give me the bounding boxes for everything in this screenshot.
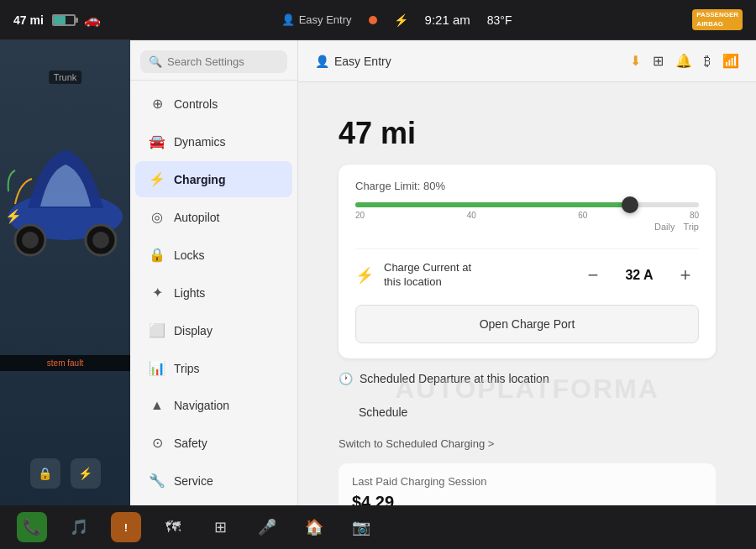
slider-fill: [355, 202, 630, 207]
sidebar-label-trips: Trips: [174, 362, 200, 375]
sidebar-label-dynamics: Dynamics: [174, 135, 225, 149]
bell-icon[interactable]: 🔔: [675, 53, 692, 69]
charge-card: Charge Limit: 80% 20 40 60 80 Daily T: [339, 165, 716, 358]
sidebar-item-navigation[interactable]: ▲ Navigation: [135, 388, 292, 423]
sidebar-item-trips[interactable]: 📊 Trips: [135, 350, 292, 386]
car-icon: 🚗: [84, 12, 101, 28]
open-charge-port-button[interactable]: Open Charge Port: [355, 305, 699, 343]
schedule-button[interactable]: Schedule: [339, 395, 428, 429]
sidebar-item-safety[interactable]: ⊙ Safety: [135, 425, 292, 461]
daily-label: Daily: [654, 222, 675, 232]
car-panel: Trunk ⚡ stem: [0, 40, 130, 505]
search-input-wrap[interactable]: 🔍: [140, 50, 287, 73]
dynamics-icon: 🚘: [149, 133, 165, 149]
lock-bottom-icon[interactable]: 🔒: [30, 458, 60, 489]
svg-text:⚡: ⚡: [5, 208, 22, 224]
topbar-icons: ⬇ ⊞ 🔔 ₿ 📶: [630, 53, 739, 69]
slider-thumb[interactable]: [622, 196, 638, 213]
bluetooth-icon[interactable]: ₿: [704, 54, 711, 69]
sidebar-label-lights: Lights: [174, 286, 205, 300]
locks-icon: 🔒: [149, 247, 165, 263]
search-bar: 🔍: [130, 40, 297, 81]
taskbar-home-icon[interactable]: 🏠: [299, 512, 329, 542]
signal-icon[interactable]: 📶: [722, 53, 739, 69]
last-session-card: Last Paid Charging Session $4.29 Orlando…: [339, 463, 716, 505]
scheduled-section: 🕐 Scheduled Departure at this location S…: [339, 372, 716, 505]
tick-80: 80: [690, 211, 699, 220]
sidebar-label-navigation: Navigation: [174, 399, 229, 412]
slider-track: [355, 202, 699, 207]
tick-20: 20: [355, 211, 365, 220]
status-left: 47 mi 🚗: [13, 12, 101, 28]
sidebar-label-controls: Controls: [174, 97, 218, 111]
svg-point-4: [92, 232, 109, 248]
status-bar: 47 mi 🚗 👤 Easy Entry ⚡ 9:21 am 83°F PASS…: [0, 0, 756, 40]
search-input[interactable]: [167, 55, 279, 68]
grid-icon[interactable]: ⊞: [653, 53, 664, 69]
charge-controls: − 32 A +: [580, 262, 699, 289]
sidebar-label-locks: Locks: [174, 248, 205, 262]
sidebar-label-service: Service: [174, 474, 213, 488]
taskbar-nav-icon[interactable]: 🗺: [158, 512, 188, 542]
taskbar-phone-icon[interactable]: 📞: [17, 512, 47, 542]
sidebar-item-dynamics[interactable]: 🚘 Dynamics: [135, 123, 292, 159]
status-person: 👤 Easy Entry: [281, 13, 352, 26]
safety-icon: ⊙: [149, 435, 165, 451]
sidebar-item-display[interactable]: ⬜ Display: [135, 312, 292, 348]
trip-label: Trip: [683, 222, 699, 232]
scheduled-label: Scheduled Departure at this location: [360, 372, 549, 385]
display-icon: ⬜: [149, 322, 165, 338]
settings-panel: 🔍 ⊕ Controls 🚘 Dynamics ⚡ Charging ◎ Aut…: [130, 40, 298, 505]
slider-ticks: 20 40 60 80: [355, 211, 699, 220]
search-icon: 🔍: [149, 55, 162, 68]
service-icon: 🔧: [149, 473, 165, 489]
sidebar-item-service[interactable]: 🔧 Service: [135, 463, 292, 499]
taskbar-warning-icon[interactable]: !: [111, 512, 141, 542]
content-topbar: 👤 Easy Entry ⬇ ⊞ 🔔 ₿ 📶: [298, 40, 756, 82]
taskbar-camera-icon[interactable]: 📷: [346, 512, 376, 542]
fault-badge: stem fault: [0, 355, 130, 371]
charge-current-value: 32 A: [618, 268, 660, 283]
status-center: 👤 Easy Entry ⚡ 9:21 am 83°F: [114, 13, 680, 27]
decrease-charge-button[interactable]: −: [580, 262, 606, 289]
tick-60: 60: [578, 211, 587, 220]
controls-icon: ⊕: [149, 96, 165, 112]
taskbar-mic-icon[interactable]: 🎤: [252, 512, 282, 542]
content-scroll: 47 mi Charge Limit: 80% 20 40 60 80: [318, 99, 736, 505]
sidebar-label-charging: Charging: [174, 173, 225, 186]
car-silhouette: ⚡: [0, 74, 130, 309]
sidebar-item-lights[interactable]: ✦ Lights: [135, 274, 292, 311]
sidebar-item-controls[interactable]: ⊕ Controls: [135, 86, 292, 122]
download-icon[interactable]: ⬇: [630, 53, 641, 69]
status-right: PASSENGERAIRBAG: [692, 9, 743, 30]
person-icon: 👤: [281, 13, 295, 26]
taskbar-apps-icon[interactable]: ⊞: [205, 512, 235, 542]
charge-slider[interactable]: 20 40 60 80 Daily Trip: [355, 202, 699, 232]
svg-point-2: [22, 232, 39, 248]
status-temp: 83°F: [487, 13, 512, 27]
trips-icon: 📊: [149, 360, 165, 376]
status-mode: Easy Entry: [299, 13, 352, 26]
last-session-title: Last Paid Charging Session: [352, 475, 702, 488]
taskbar-music-icon[interactable]: 🎵: [64, 512, 94, 542]
main-area: Trunk ⚡ stem: [0, 40, 756, 505]
content-area: 👤 Easy Entry ⬇ ⊞ 🔔 ₿ 📶 47 mi Charge Limi…: [298, 40, 756, 505]
battery-icon: [52, 14, 76, 26]
sidebar-label-display: Display: [174, 324, 213, 337]
bottom-icons-row: 🔒 ⚡: [0, 458, 130, 489]
sidebar-item-autopilot[interactable]: ◎ Autopilot: [135, 199, 292, 235]
increase-charge-button[interactable]: +: [672, 262, 699, 289]
nav-items: ⊕ Controls 🚘 Dynamics ⚡ Charging ◎ Autop…: [130, 81, 297, 505]
charge-bottom-icon[interactable]: ⚡: [71, 458, 101, 489]
airbag-badge: PASSENGERAIRBAG: [692, 9, 743, 30]
record-indicator: [369, 16, 377, 24]
sidebar-item-locks[interactable]: 🔒 Locks: [135, 237, 292, 273]
person-icon-topbar: 👤: [315, 55, 329, 68]
navigation-icon: ▲: [149, 398, 165, 413]
topbar-profile[interactable]: 👤 Easy Entry: [315, 55, 391, 68]
sidebar-item-charging[interactable]: ⚡ Charging: [135, 161, 292, 197]
charge-limit-label: Charge Limit: 80%: [355, 180, 699, 192]
sidebar-label-autopilot: Autopilot: [174, 211, 219, 224]
switch-charging-link[interactable]: Switch to Scheduled Charging >: [339, 437, 716, 450]
status-time: 9:21 am: [425, 13, 470, 27]
